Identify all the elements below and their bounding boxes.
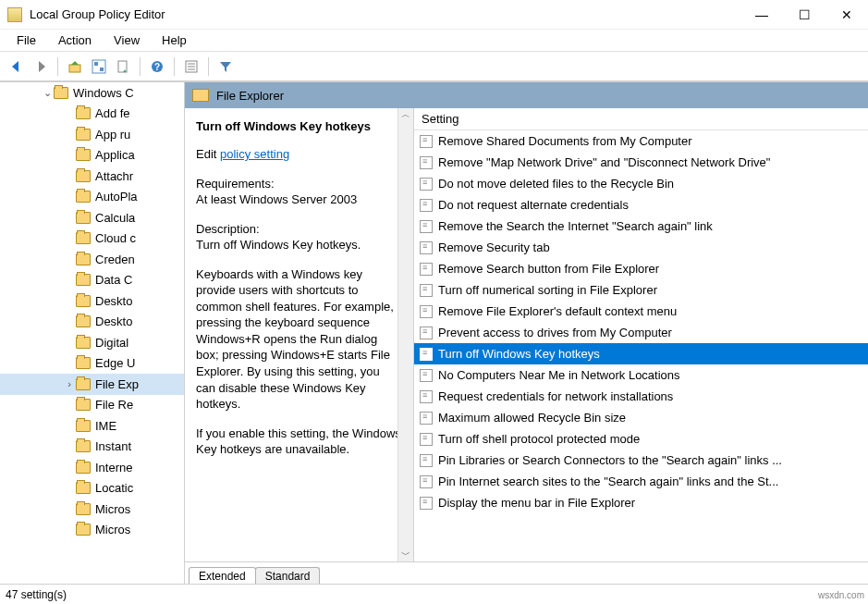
export-icon[interactable] — [112, 55, 134, 78]
column-header-setting[interactable]: Setting — [414, 108, 868, 130]
tree-item[interactable]: Deskto — [0, 312, 184, 333]
description-pane: Turn off Windows Key hotkeys Edit policy… — [185, 108, 414, 561]
tree-item[interactable]: Edge U — [0, 353, 184, 375]
list-item-label: Remove Search button from File Explorer — [438, 262, 659, 276]
tree-item[interactable]: Interne — [0, 457, 184, 478]
tree-item[interactable]: ⌄Windows C — [0, 82, 184, 104]
tree-item[interactable]: Micros — [0, 520, 184, 541]
policy-icon — [420, 475, 433, 488]
minimize-button[interactable]: — — [740, 0, 783, 30]
list-item[interactable]: Remove Shared Documents from My Computer — [414, 130, 868, 152]
tree-item-label: Data C — [95, 273, 132, 287]
folder-icon — [76, 337, 91, 349]
list-item[interactable]: Remove Search button from File Explorer — [414, 258, 868, 279]
list-item[interactable]: Remove Security tab — [414, 237, 868, 258]
settings-list-pane: Setting Remove Shared Documents from My … — [414, 108, 868, 561]
help-icon[interactable]: ? — [146, 55, 168, 78]
policy-icon — [420, 199, 433, 212]
folder-icon — [76, 129, 91, 141]
properties-icon[interactable] — [180, 55, 202, 78]
policy-icon — [420, 284, 433, 297]
tab-extended[interactable]: Extended — [189, 567, 256, 584]
status-bar: 47 setting(s) — [0, 584, 868, 604]
list-item[interactable]: Turn off numerical sorting in File Explo… — [414, 279, 868, 301]
tree-item[interactable]: Deskto — [0, 290, 184, 312]
folder-icon — [76, 462, 91, 474]
list-item[interactable]: Do not request alternate credentials — [414, 194, 868, 216]
tree-item[interactable]: Instant — [0, 437, 184, 458]
tree-item[interactable]: File Re — [0, 395, 184, 416]
list-item-label: Do not move deleted files to the Recycle… — [438, 177, 674, 191]
up-icon[interactable] — [64, 55, 86, 78]
folder-icon — [54, 87, 68, 99]
list-item[interactable]: Remove "Map Network Drive" and "Disconne… — [414, 152, 868, 173]
description-body-2: If you enable this setting, the Windows … — [196, 425, 402, 458]
tree-item-label: File Exp — [95, 377, 139, 391]
close-button[interactable]: ✕ — [825, 0, 868, 30]
policy-icon — [420, 390, 433, 403]
tree-item[interactable]: Add fe — [0, 104, 184, 125]
policy-icon — [420, 454, 433, 467]
tree-item[interactable]: App ru — [0, 124, 184, 145]
tree-item[interactable]: ›File Exp — [0, 374, 184, 395]
tree-item-label: Applica — [95, 148, 135, 162]
description-label: Description: — [196, 222, 260, 236]
list-item[interactable]: Request credentials for network installa… — [414, 386, 868, 407]
tree-item[interactable]: Creden — [0, 249, 184, 270]
forward-icon[interactable] — [30, 55, 52, 78]
list-item[interactable]: Remove File Explorer's default context m… — [414, 301, 868, 322]
tree-item-label: Locatic — [95, 481, 133, 495]
requirements-label: Requirements: — [196, 177, 275, 191]
list-item[interactable]: Maximum allowed Recycle Bin size — [414, 407, 868, 428]
filter-icon[interactable] — [214, 55, 237, 78]
maximize-button[interactable]: ☐ — [783, 0, 825, 30]
tree-item-label: Micros — [95, 523, 130, 536]
tree-item[interactable]: Locatic — [0, 478, 184, 499]
tree-item[interactable]: Micros — [0, 499, 184, 520]
tree-item[interactable]: Applica — [0, 145, 184, 166]
list-item[interactable]: No Computers Near Me in Network Location… — [414, 364, 868, 386]
list-item[interactable]: Pin Libraries or Search Connectors to th… — [414, 450, 868, 471]
tree-item[interactable]: AutoPla — [0, 187, 184, 208]
title-bar: Local Group Policy Editor — ☐ ✕ — [0, 0, 868, 30]
svg-rect-0 — [69, 65, 80, 72]
chevron-down-icon[interactable]: ⌄ — [41, 87, 54, 99]
chevron-right-icon[interactable]: › — [63, 378, 76, 389]
watermark: wsxdn.com — [818, 590, 864, 600]
list-item[interactable]: Remove the Search the Internet "Search a… — [414, 216, 868, 237]
tree-item[interactable]: Digital — [0, 332, 184, 353]
status-text: 47 setting(s) — [6, 588, 67, 601]
folder-icon — [76, 232, 91, 244]
list-item[interactable]: Turn off Windows Key hotkeys — [414, 343, 868, 364]
policy-setting-link[interactable]: policy setting — [220, 147, 289, 161]
list-item-label: Request credentials for network installa… — [438, 389, 673, 403]
menu-help[interactable]: Help — [153, 31, 196, 49]
policy-icon — [420, 135, 433, 148]
list-item[interactable]: Do not move deleted files to the Recycle… — [414, 173, 868, 194]
folder-icon — [76, 378, 91, 390]
list-item[interactable]: Turn off shell protocol protected mode — [414, 428, 868, 450]
policy-icon — [420, 263, 433, 276]
description-body: Keyboards with a Windows key provide use… — [196, 266, 402, 413]
menu-file[interactable]: File — [7, 31, 45, 49]
back-icon[interactable] — [6, 55, 28, 78]
tree-item[interactable]: IME — [0, 415, 184, 437]
folder-icon — [76, 107, 91, 119]
tree-item[interactable]: Cloud c — [0, 228, 184, 250]
tree-item[interactable]: Calcula — [0, 207, 184, 228]
desc-scrollbar[interactable]: ︿﹀ — [397, 108, 413, 561]
menu-action[interactable]: Action — [49, 31, 101, 49]
tree-item[interactable]: Attachr — [0, 166, 184, 187]
folder-icon — [76, 399, 91, 411]
list-item[interactable]: Prevent access to drives from My Compute… — [414, 322, 868, 343]
list-item-label: Pin Internet search sites to the "Search… — [438, 475, 778, 488]
list-item[interactable]: Display the menu bar in File Explorer — [414, 492, 868, 513]
tree-item[interactable]: Data C — [0, 270, 184, 291]
policy-icon — [420, 348, 433, 361]
list-item[interactable]: Pin Internet search sites to the "Search… — [414, 471, 868, 492]
folder-icon — [76, 524, 91, 536]
tree-icon[interactable] — [88, 55, 110, 78]
settings-list[interactable]: Remove Shared Documents from My Computer… — [414, 130, 868, 561]
menu-view[interactable]: View — [104, 31, 149, 49]
tab-standard[interactable]: Standard — [255, 567, 321, 584]
